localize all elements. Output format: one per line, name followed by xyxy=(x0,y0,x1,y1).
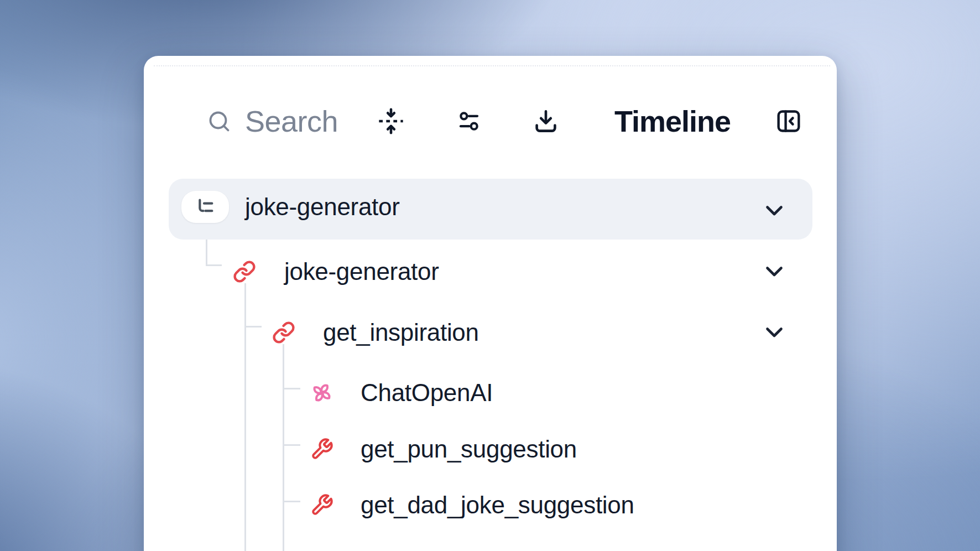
llm-pinwheel-icon xyxy=(310,381,333,404)
row-label: joke-generator xyxy=(245,193,400,221)
row-label: ChatOpenAI xyxy=(361,379,493,407)
tree-row-tool[interactable]: get_pun_suggestion xyxy=(310,419,577,480)
tree-connector-line xyxy=(244,283,246,551)
row-label: joke-generator xyxy=(284,258,439,285)
tree-structure-icon xyxy=(194,196,216,218)
tree-connector-elbow xyxy=(283,444,300,446)
trace-panel: Search xyxy=(144,56,837,551)
row-expander-chevron[interactable] xyxy=(764,261,784,281)
link-icon xyxy=(233,260,256,283)
tree-connector-line xyxy=(283,344,284,551)
link-icon xyxy=(272,321,295,344)
tree-row-chain[interactable]: get_inspiration xyxy=(272,302,479,363)
chevron-down-icon xyxy=(764,200,784,220)
row-expander-chevron[interactable] xyxy=(764,200,784,220)
trace-tree: joke-generator joke-generator get_inspir… xyxy=(144,56,837,551)
tree-connector-elbow xyxy=(283,501,300,502)
chevron-down-icon xyxy=(764,322,784,342)
wrench-icon xyxy=(310,493,333,517)
tree-row-tool[interactable]: get_dad_joke_suggestion xyxy=(310,475,634,536)
tree-connector-elbow xyxy=(244,326,262,328)
tree-row-llm[interactable]: ChatOpenAI xyxy=(310,362,493,423)
tree-row-chain[interactable]: joke-generator xyxy=(233,241,439,302)
root-icon-badge xyxy=(181,191,229,223)
row-label: get_dad_joke_suggestion xyxy=(361,491,634,519)
tree-row-root[interactable]: joke-generator xyxy=(181,176,400,237)
row-expander-chevron[interactable] xyxy=(764,322,784,342)
tree-connector-elbow xyxy=(283,388,300,389)
tree-connector-elbow xyxy=(206,264,222,266)
row-label: get_pun_suggestion xyxy=(361,435,577,463)
wrench-icon xyxy=(310,438,333,461)
row-label: get_inspiration xyxy=(323,319,479,346)
chevron-down-icon xyxy=(764,261,784,281)
